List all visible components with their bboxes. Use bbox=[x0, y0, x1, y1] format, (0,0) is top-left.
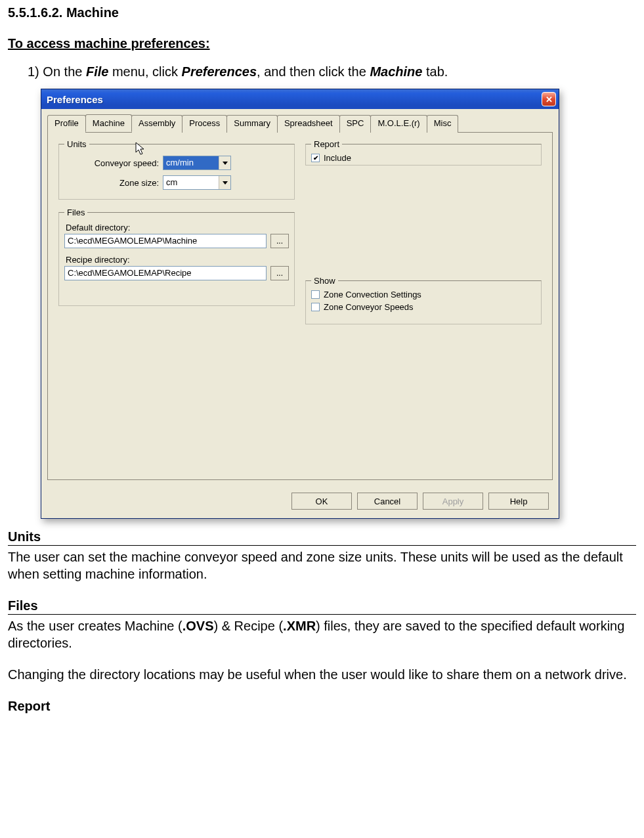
tab-machine[interactable]: Machine bbox=[85, 114, 132, 132]
default-dir-input[interactable]: C:\ecd\MEGAMOLEMAP\Machine bbox=[64, 234, 267, 248]
zone-conveyor-label: Zone Conveyor Speeds bbox=[324, 302, 414, 312]
dialog-button-bar: OK Cancel Apply Help bbox=[51, 493, 549, 510]
kw-machine: Machine bbox=[370, 64, 422, 79]
window-title: Preferences bbox=[47, 94, 103, 105]
apply-button[interactable]: Apply bbox=[423, 493, 483, 510]
ok-button[interactable]: OK bbox=[291, 493, 352, 510]
section-number: 5.5.1.6.2. Machine bbox=[8, 5, 636, 20]
report-legend: Report bbox=[311, 139, 342, 149]
show-group: Show Zone Convection Settings Zone Conve… bbox=[305, 276, 542, 324]
tab-assembly[interactable]: Assembly bbox=[131, 115, 182, 133]
text: ) & Recipe ( bbox=[213, 619, 283, 633]
files-section-para2: Changing the directory locations may be … bbox=[8, 666, 636, 683]
step-1-text: tab. bbox=[422, 64, 448, 79]
zone-convection-label: Zone Convection Settings bbox=[324, 290, 421, 299]
cancel-button[interactable]: Cancel bbox=[357, 493, 418, 510]
chevron-down-icon[interactable] bbox=[219, 176, 230, 189]
include-checkbox[interactable]: ✔ bbox=[311, 154, 320, 162]
xmr-ext: .XMR bbox=[283, 619, 316, 633]
close-button[interactable]: ✕ bbox=[542, 92, 556, 106]
step-1-text: menu, click bbox=[108, 64, 181, 79]
files-section-para1: As the user creates Machine (.OVS) & Rec… bbox=[8, 617, 636, 651]
browse-default-button[interactable]: ... bbox=[270, 234, 289, 248]
zone-convection-checkbox[interactable] bbox=[311, 290, 320, 299]
check-icon: ✔ bbox=[313, 155, 318, 162]
tab-summary[interactable]: Summary bbox=[226, 115, 278, 133]
conveyor-speed-value: cm/min bbox=[163, 156, 219, 169]
files-legend: Files bbox=[64, 208, 87, 217]
units-legend: Units bbox=[64, 139, 89, 149]
files-group: Files Default directory: C:\ecd\MEGAMOLE… bbox=[58, 208, 295, 306]
help-button[interactable]: Help bbox=[488, 493, 549, 510]
step-1-text: , and then click the bbox=[257, 64, 370, 79]
kw-preferences: Preferences bbox=[182, 64, 257, 79]
show-legend: Show bbox=[311, 276, 338, 286]
tab-process[interactable]: Process bbox=[182, 115, 227, 133]
access-heading: To access machine preferences: bbox=[8, 36, 636, 51]
conveyor-speed-label: Conveyor speed: bbox=[64, 158, 163, 168]
chevron-down-icon[interactable] bbox=[219, 156, 230, 169]
tabstrip: Profile Machine Assembly Process Summary… bbox=[47, 114, 553, 132]
titlebar[interactable]: Preferences ✕ bbox=[41, 89, 559, 109]
recipe-dir-input[interactable]: C:\ecd\MEGAMOLEMAP\Recipe bbox=[64, 266, 267, 280]
tab-spreadsheet[interactable]: Spreadsheet bbox=[277, 115, 340, 133]
files-section-heading: Files bbox=[8, 598, 636, 615]
zone-size-value: cm bbox=[163, 176, 219, 189]
conveyor-speed-combo[interactable]: cm/min bbox=[163, 156, 231, 170]
step-1-text: 1) On the bbox=[28, 64, 86, 79]
default-dir-label: Default directory: bbox=[66, 223, 289, 232]
step-1: 1) On the File menu, click Preferences, … bbox=[28, 64, 636, 79]
tab-mole[interactable]: M.O.L.E.(r) bbox=[370, 115, 427, 133]
kw-file: File bbox=[86, 64, 108, 79]
zone-size-combo[interactable]: cm bbox=[163, 175, 231, 190]
units-section-heading: Units bbox=[8, 529, 636, 546]
preferences-dialog-screenshot: Preferences ✕ Profile Machine Assembly P… bbox=[41, 89, 636, 519]
text: As the user creates Machine ( bbox=[8, 619, 182, 633]
browse-recipe-button[interactable]: ... bbox=[270, 266, 289, 280]
tab-spc[interactable]: SPC bbox=[339, 115, 372, 133]
tab-profile[interactable]: Profile bbox=[47, 115, 86, 133]
tab-misc[interactable]: Misc bbox=[427, 115, 459, 133]
tab-panel-machine: Units Conveyor speed: cm/min Zone size: bbox=[47, 132, 553, 480]
report-group: Report ✔ Include bbox=[305, 139, 542, 165]
close-icon: ✕ bbox=[546, 95, 553, 104]
zone-conveyor-checkbox[interactable] bbox=[311, 303, 320, 311]
recipe-dir-label: Recipe directory: bbox=[66, 255, 289, 265]
ovs-ext: .OVS bbox=[182, 619, 214, 633]
report-section-heading: Report bbox=[8, 699, 636, 715]
units-group: Units Conveyor speed: cm/min Zone size: bbox=[58, 139, 295, 200]
units-section-para: The user can set the machine conveyor sp… bbox=[8, 548, 636, 583]
include-label: Include bbox=[324, 153, 351, 163]
zone-size-label: Zone size: bbox=[64, 178, 163, 188]
